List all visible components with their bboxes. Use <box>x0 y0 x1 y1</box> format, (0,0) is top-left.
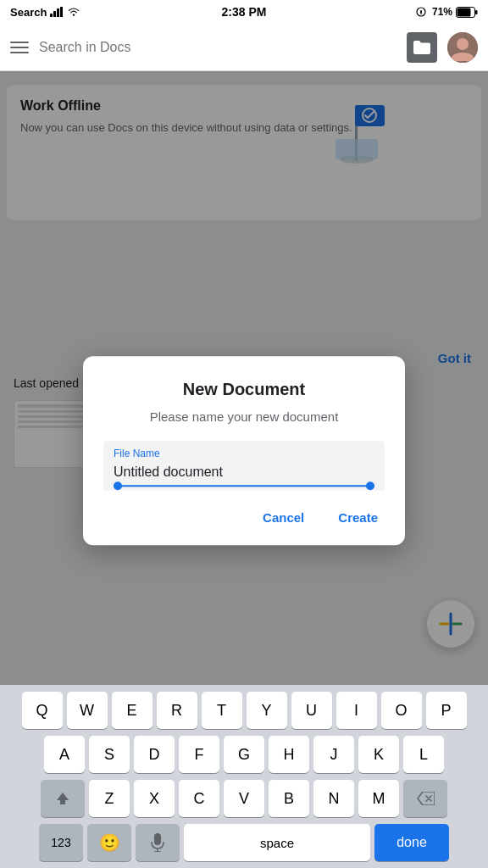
key-a[interactable]: A <box>44 736 85 773</box>
key-l[interactable]: L <box>403 736 444 773</box>
file-name-input[interactable] <box>114 463 374 481</box>
key-k[interactable]: K <box>358 736 399 773</box>
key-m[interactable]: M <box>358 780 399 817</box>
status-left: Search <box>10 6 80 19</box>
cursor-right <box>366 481 374 490</box>
keyboard-row-3: Z X C V B N M <box>3 780 485 817</box>
svg-rect-8 <box>475 10 478 14</box>
file-name-input-container: File Name <box>103 441 385 490</box>
key-y[interactable]: Y <box>247 692 287 729</box>
status-time: 2:38 PM <box>222 5 267 19</box>
key-f[interactable]: F <box>179 736 219 773</box>
key-emoji[interactable]: 🙂 <box>87 824 131 861</box>
status-bar: Search 2:38 PM 71% <box>0 0 488 24</box>
key-v[interactable]: V <box>224 780 264 817</box>
key-s[interactable]: S <box>89 736 130 773</box>
signal-icon <box>50 7 64 17</box>
svg-rect-0 <box>50 14 53 17</box>
svg-rect-2 <box>57 8 59 17</box>
search-input[interactable] <box>39 40 396 55</box>
keyboard-row-1: Q W E R T Y U I O P <box>3 692 485 729</box>
keyboard-row-2: A S D F G H J K L <box>3 736 485 773</box>
user-avatar <box>447 32 478 63</box>
key-r[interactable]: R <box>157 692 197 729</box>
key-e[interactable]: E <box>112 692 152 729</box>
key-u[interactable]: U <box>291 692 332 729</box>
folder-button[interactable] <box>407 32 437 63</box>
backspace-icon <box>416 792 435 805</box>
key-j[interactable]: J <box>313 736 354 773</box>
key-g[interactable]: G <box>224 736 264 773</box>
cancel-button[interactable]: Cancel <box>256 507 311 528</box>
wifi-icon <box>67 7 80 17</box>
mic-icon <box>151 833 164 852</box>
shift-icon <box>55 791 70 806</box>
keyboard: Q W E R T Y U I O P A S D F G H J K L Z … <box>0 685 488 868</box>
key-microphone[interactable] <box>136 824 180 861</box>
folder-icon <box>413 41 430 54</box>
svg-rect-22 <box>154 833 161 845</box>
lock-rotation-icon <box>413 7 429 17</box>
key-backspace[interactable] <box>403 780 447 817</box>
input-underline <box>114 485 374 487</box>
cursor-left <box>114 481 122 490</box>
key-o[interactable]: O <box>381 692 422 729</box>
key-i[interactable]: I <box>336 692 377 729</box>
keyboard-bottom-row: 123 🙂 space done <box>3 824 485 865</box>
avatar[interactable] <box>447 32 478 63</box>
key-x[interactable]: X <box>134 780 175 817</box>
svg-rect-9 <box>458 8 471 16</box>
svg-rect-3 <box>60 7 63 17</box>
svg-point-6 <box>420 11 422 13</box>
key-p[interactable]: P <box>426 692 467 729</box>
file-name-label: File Name <box>114 448 374 459</box>
svg-point-4 <box>73 14 75 15</box>
dialog-title: New Document <box>103 380 385 399</box>
battery-percent: 71% <box>432 6 452 18</box>
search-bar <box>0 24 488 71</box>
key-w[interactable]: W <box>67 692 108 729</box>
key-space[interactable]: space <box>184 824 370 861</box>
battery-icon <box>456 7 478 18</box>
status-right: 71% <box>413 6 478 18</box>
key-n[interactable]: N <box>313 780 354 817</box>
svg-point-11 <box>457 38 469 50</box>
key-b[interactable]: B <box>269 780 309 817</box>
new-document-dialog: New Document Please name your new docume… <box>83 356 405 545</box>
hamburger-menu[interactable] <box>10 42 29 53</box>
key-q[interactable]: Q <box>22 692 63 729</box>
key-c[interactable]: C <box>179 780 219 817</box>
key-numbers[interactable]: 123 <box>39 824 83 861</box>
create-button[interactable]: Create <box>331 507 385 528</box>
carrier-text: Search <box>10 6 47 19</box>
key-done[interactable]: done <box>374 824 449 861</box>
key-shift[interactable] <box>41 780 85 817</box>
dialog-actions: Cancel Create <box>103 507 385 528</box>
key-h[interactable]: H <box>269 736 309 773</box>
dialog-subtitle: Please name your new document <box>103 409 385 424</box>
key-d[interactable]: D <box>134 736 175 773</box>
key-z[interactable]: Z <box>89 780 130 817</box>
key-t[interactable]: T <box>202 692 242 729</box>
svg-rect-1 <box>53 11 56 17</box>
